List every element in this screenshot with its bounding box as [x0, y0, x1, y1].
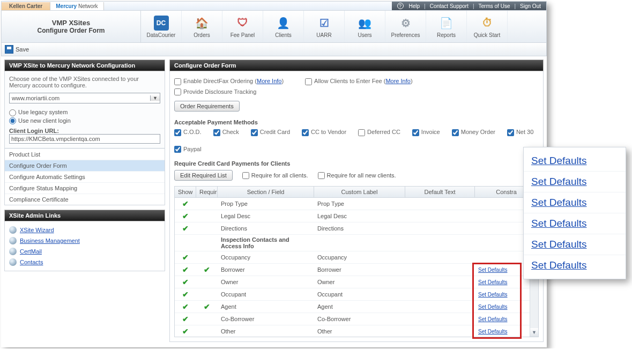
toolbar-users[interactable]: 👥Users	[345, 11, 385, 42]
allowfee-more-info[interactable]: More Info	[385, 78, 410, 84]
page-title: VMP XSites Configure Order Form	[2, 11, 141, 42]
set-defaults-link[interactable]: Set Defaults	[478, 304, 507, 310]
toolbar-quick-start[interactable]: ⏱Quick Start	[467, 11, 508, 42]
payment-option[interactable]: Paypal	[174, 146, 202, 153]
fee-panel-icon: 🛡	[235, 16, 250, 31]
set-defaults-link[interactable]: Set Defaults	[478, 316, 507, 322]
col-required: Requir	[196, 187, 218, 197]
radio-new-client[interactable]: Use new client login	[9, 117, 160, 125]
client-login-url-input[interactable]	[9, 134, 160, 144]
grid-row: ✔OccupantOccupantSet Defaults	[175, 288, 538, 301]
uarr-icon: ☑	[317, 16, 332, 31]
nav-item[interactable]: Configure Order Form	[5, 160, 165, 171]
datacourier-icon: DC	[154, 16, 169, 31]
grid-row: ✔DirectionsDirections	[175, 222, 538, 235]
client-login-label: Client Login URL:	[9, 128, 160, 134]
require-all-clients[interactable]: Require for all clients.	[242, 172, 308, 180]
col-default-text: Default Text	[405, 187, 475, 197]
zoom-set-defaults-link[interactable]: Set Defaults	[524, 192, 626, 213]
intro-text: Choose one of the VMP XSites connected t…	[9, 76, 160, 88]
globe-icon	[9, 237, 17, 244]
col-custom-label: Custom Label	[314, 187, 405, 197]
grid-section-header: Inspection Contacts and Access Info	[175, 235, 538, 251]
nav-item[interactable]: Configure Status Mapping	[5, 182, 165, 194]
toolbar-clients[interactable]: 👤Clients	[263, 11, 304, 42]
admin-link[interactable]: CertMail	[9, 246, 160, 257]
brand: Mercury Network	[50, 2, 103, 10]
clients-icon: 👤	[276, 16, 291, 31]
orders-icon: 🏠	[195, 16, 210, 31]
left-panel-title: VMP XSite to Mercury Network Configurati…	[4, 60, 165, 71]
terms-link[interactable]: Terms of Use	[479, 3, 510, 9]
radio-legacy[interactable]: Use legacy system	[9, 109, 160, 116]
help-link[interactable]: Help	[409, 3, 420, 9]
toolbar-uarr[interactable]: ☑UARR	[304, 11, 345, 42]
opt-allow-fee[interactable]: Allow Clients to Enter Fee (More Info)	[305, 78, 412, 85]
payment-option[interactable]: Money Order	[452, 129, 495, 136]
payment-option[interactable]: Deferred CC	[358, 129, 400, 136]
globe-icon	[9, 248, 17, 255]
users-icon: 👥	[358, 16, 373, 31]
opt-directfax[interactable]: Enable DirectFax Ordering (More Info)	[174, 78, 284, 85]
reports-icon: 📄	[439, 16, 454, 31]
opt-disclosure[interactable]: Provide Disclosure Tracking	[174, 88, 256, 96]
nav-item[interactable]: Compliance Certificate	[5, 194, 165, 205]
globe-icon	[9, 258, 17, 266]
set-defaults-link[interactable]: Set Defaults	[478, 292, 507, 298]
zoom-set-defaults-link[interactable]: Set Defaults	[524, 234, 626, 255]
set-defaults-link[interactable]: Set Defaults	[478, 279, 507, 285]
toolbar-preferences[interactable]: ⚙Preferences	[385, 11, 426, 42]
zoom-set-defaults-link[interactable]: Set Defaults	[524, 151, 626, 172]
nav-item[interactable]: Product List	[5, 148, 165, 160]
admin-links-title: XSite Admin Links	[4, 210, 165, 221]
right-panel-title: Configure Order Form	[169, 60, 544, 71]
grid-row: ✔✔AgentAgentSet Defaults	[175, 301, 538, 313]
grid-row: ✔OwnerOwnerSet Defaults	[175, 276, 538, 288]
save-button[interactable]: Save	[16, 46, 29, 53]
quick-start-icon: ⏱	[480, 16, 495, 31]
payment-option[interactable]: Credit Card	[251, 129, 290, 136]
edit-required-list-button[interactable]: Edit Required List	[174, 170, 233, 181]
directfax-more-info[interactable]: More Info	[257, 78, 281, 84]
require-cc-heading: Require Credit Card Payments for Clients	[174, 160, 539, 167]
grid-row: ✔Prop TypeProp Type	[175, 198, 538, 210]
preferences-icon: ⚙	[398, 16, 413, 31]
set-defaults-link[interactable]: Set Defaults	[478, 267, 507, 273]
nav-item[interactable]: Configure Automatic Settings	[5, 171, 165, 182]
current-user: Kellen Carter	[2, 2, 50, 10]
xsite-dropdown[interactable]: www.moriartii.com▼	[9, 93, 160, 103]
toolbar-fee-panel[interactable]: 🛡Fee Panel	[222, 11, 263, 42]
zoom-set-defaults-link[interactable]: Set Defaults	[524, 255, 626, 276]
admin-link[interactable]: Contacts	[9, 257, 160, 268]
payment-option[interactable]: C.O.D.	[174, 129, 202, 136]
toolbar-reports[interactable]: 📄Reports	[426, 11, 467, 42]
payment-option[interactable]: Check	[213, 129, 239, 136]
order-requirements-button[interactable]: Order Requirements	[174, 101, 240, 112]
toolbar-datacourier[interactable]: DCDataCourier	[141, 11, 182, 42]
set-defaults-link[interactable]: Set Defaults	[478, 329, 507, 335]
col-show: Show	[175, 187, 196, 197]
col-section: Section / Field	[218, 187, 314, 197]
globe-icon	[9, 226, 17, 234]
grid-row: ✔Co-BorrowerCo-BorrowerSet Defaults	[175, 313, 538, 325]
payment-option[interactable]: CC to Vendor	[302, 129, 346, 136]
payment-methods-heading: Acceptable Payment Methods	[174, 119, 539, 125]
scroll-down-icon[interactable]: ▼	[530, 328, 538, 337]
grid-row: ✔✔BorrowerBorrowerSet Defaults	[175, 264, 538, 276]
grid-row: ✔Legal DescLegal Desc	[175, 210, 538, 222]
chevron-down-icon: ▼	[150, 95, 160, 101]
signout-link[interactable]: Sign Out	[520, 3, 541, 9]
set-defaults-callout: Set DefaultsSet DefaultsSet DefaultsSet …	[523, 147, 626, 279]
grid-row: ✔OccupancyOccupancy	[175, 251, 538, 264]
help-icon: ?	[397, 3, 404, 9]
save-icon	[5, 45, 13, 54]
zoom-set-defaults-link[interactable]: Set Defaults	[524, 172, 626, 192]
payment-option[interactable]: Net 30	[507, 129, 533, 136]
zoom-set-defaults-link[interactable]: Set Defaults	[524, 213, 626, 234]
admin-link[interactable]: Business Management	[9, 235, 160, 246]
payment-option[interactable]: Invoice	[412, 129, 440, 136]
toolbar-orders[interactable]: 🏠Orders	[182, 11, 222, 42]
require-new-clients[interactable]: Require for all new clients.	[318, 172, 396, 180]
contact-support-link[interactable]: Contact Support	[430, 3, 469, 9]
admin-link[interactable]: XSite Wizard	[9, 225, 160, 235]
